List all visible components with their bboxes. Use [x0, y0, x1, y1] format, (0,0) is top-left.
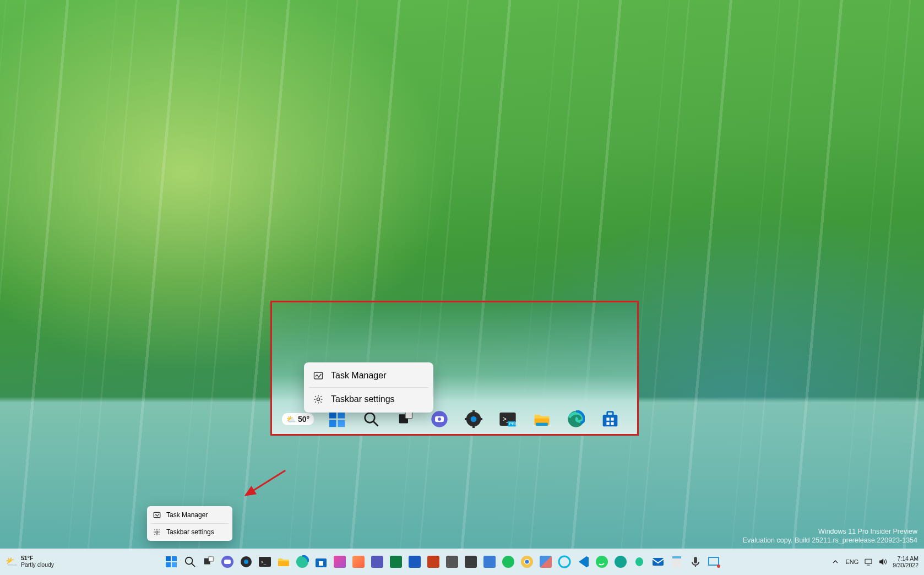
- svg-point-57: [559, 556, 570, 567]
- gear-icon: [313, 394, 323, 404]
- app-pink-icon[interactable]: [332, 554, 347, 569]
- settings-icon[interactable]: [238, 554, 254, 569]
- whatsapp-icon[interactable]: [594, 554, 610, 569]
- weather-condition: Partly cloudy: [21, 562, 54, 568]
- start-button[interactable]: [164, 554, 179, 569]
- menu-item-task-manager-small[interactable]: Task Manager: [149, 508, 231, 522]
- weather-icon: ⛅: [286, 415, 296, 424]
- excel-icon[interactable]: [388, 554, 404, 569]
- powerpoint-icon[interactable]: [426, 554, 441, 569]
- menu-divider: [309, 387, 428, 388]
- svg-rect-66: [865, 559, 872, 563]
- chart-icon: [313, 371, 323, 381]
- volume-icon[interactable]: [878, 557, 887, 566]
- terminal-icon-large[interactable]: >_PRE: [498, 409, 518, 429]
- app-blue-icon[interactable]: [482, 554, 497, 569]
- svg-rect-30: [314, 372, 323, 379]
- svg-rect-29: [611, 422, 614, 425]
- watermark-line2: Evaluation copy. Build 25211.rs_prerelea…: [743, 536, 917, 545]
- photos-icon[interactable]: [538, 554, 553, 569]
- calculator-icon[interactable]: [444, 554, 460, 569]
- svg-rect-42: [209, 557, 213, 561]
- menu-item-label: Taskbar settings: [166, 528, 214, 536]
- svg-rect-7: [405, 411, 412, 419]
- svg-point-31: [317, 398, 319, 400]
- svg-rect-3: [338, 420, 345, 427]
- clock-date[interactable]: 9/30/2022: [893, 562, 918, 568]
- svg-point-59: [615, 556, 627, 568]
- taskbar[interactable]: ⛅ 51°F Partly cloudy >_: [0, 549, 924, 575]
- svg-rect-33: [154, 512, 160, 517]
- vscode-icon[interactable]: [575, 554, 591, 569]
- file-explorer-icon-large[interactable]: [532, 409, 552, 429]
- svg-text:>_: >_: [261, 560, 267, 565]
- family-icon[interactable]: [632, 554, 647, 569]
- notepad-icon[interactable]: [669, 554, 684, 569]
- menu-item-task-manager[interactable]: Task Manager: [307, 365, 431, 386]
- desktop-wallpaper[interactable]: ⛅ 50°: [0, 0, 924, 575]
- svg-line-5: [373, 421, 378, 426]
- svg-rect-37: [166, 562, 171, 567]
- chrome-icon[interactable]: [519, 554, 535, 569]
- svg-point-39: [186, 557, 193, 565]
- settings-icon-large[interactable]: [464, 409, 483, 429]
- voice-recorder-icon[interactable]: [688, 554, 703, 569]
- spotify-icon[interactable]: [501, 554, 516, 569]
- mixed-reality-icon[interactable]: [613, 554, 628, 569]
- task-view-icon[interactable]: [201, 554, 216, 569]
- edge-icon[interactable]: [295, 554, 310, 569]
- svg-rect-60: [653, 558, 664, 566]
- svg-rect-2: [329, 420, 336, 427]
- chat-icon-large[interactable]: [430, 409, 449, 429]
- svg-point-12: [471, 416, 477, 422]
- windows-watermark: Windows 11 Pro Insider Preview Evaluatio…: [743, 527, 917, 545]
- svg-text:PRE: PRE: [509, 421, 517, 426]
- gear-icon: [153, 528, 161, 536]
- svg-line-40: [192, 563, 195, 567]
- store-icon-large[interactable]: [600, 409, 620, 429]
- svg-point-4: [365, 413, 375, 423]
- svg-rect-28: [607, 422, 610, 425]
- weather-temp-large: 50°: [298, 415, 309, 424]
- menu-divider: [151, 523, 229, 524]
- file-explorer-icon[interactable]: [276, 554, 291, 569]
- svg-rect-25: [607, 412, 613, 416]
- app-orange-icon[interactable]: [351, 554, 366, 569]
- search-icon[interactable]: [182, 554, 198, 569]
- svg-line-32: [246, 470, 285, 495]
- weather-icon: ⛅: [6, 556, 18, 568]
- svg-point-46: [244, 560, 248, 564]
- language-indicator[interactable]: ENG: [845, 558, 858, 565]
- svg-rect-49: [278, 561, 289, 566]
- menu-item-label: Taskbar settings: [331, 394, 395, 404]
- svg-rect-38: [172, 562, 177, 567]
- weather-widget-large[interactable]: ⛅ 50°: [282, 413, 314, 425]
- svg-rect-26: [607, 417, 610, 420]
- taskbar-context-menu: Task Manager Taskbar settings: [147, 506, 232, 541]
- terminal-icon[interactable]: >_: [257, 554, 273, 569]
- sublime-icon[interactable]: [463, 554, 479, 569]
- edge-icon-large[interactable]: [566, 409, 586, 429]
- cortana-icon[interactable]: [557, 554, 572, 569]
- chart-icon: [153, 511, 161, 519]
- svg-rect-36: [172, 556, 177, 561]
- svg-rect-64: [709, 557, 719, 565]
- chevron-up-icon[interactable]: [831, 557, 840, 566]
- snipping-tool-icon[interactable]: [706, 554, 722, 569]
- weather-widget[interactable]: ⛅ 51°F Partly cloudy: [6, 555, 54, 568]
- svg-point-56: [525, 560, 529, 564]
- chat-icon[interactable]: [220, 554, 235, 569]
- clock-time[interactable]: 7:14 AM: [893, 555, 918, 562]
- menu-item-taskbar-settings-small[interactable]: Taskbar settings: [149, 525, 231, 539]
- network-icon[interactable]: [864, 557, 873, 566]
- store-icon[interactable]: [313, 554, 329, 569]
- teams-icon[interactable]: [369, 554, 385, 569]
- svg-point-34: [156, 531, 158, 533]
- svg-point-53: [502, 556, 514, 568]
- word-icon[interactable]: [407, 554, 422, 569]
- arrow-annotation: [235, 460, 293, 508]
- menu-item-taskbar-settings[interactable]: Taskbar settings: [307, 389, 431, 410]
- svg-rect-24: [603, 415, 618, 426]
- svg-rect-44: [224, 560, 231, 564]
- mail-icon[interactable]: [650, 554, 666, 569]
